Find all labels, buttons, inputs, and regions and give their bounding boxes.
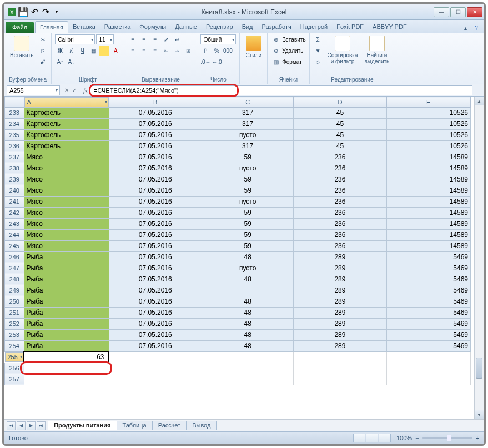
cell[interactable]: [386, 374, 470, 385]
number-format-select[interactable]: Общий: [200, 34, 236, 44]
cell[interactable]: 48: [202, 329, 293, 340]
cell[interactable]: Рыба: [24, 340, 109, 351]
page-layout-view-button[interactable]: [366, 434, 378, 442]
cell[interactable]: 07.05.2016: [109, 152, 202, 163]
cell[interactable]: 07.05.2016: [109, 196, 202, 207]
cell[interactable]: 14589: [386, 229, 470, 240]
enter-formula-icon[interactable]: ✓: [72, 87, 77, 93]
cell[interactable]: 10526: [386, 129, 470, 140]
col-header-C[interactable]: C: [202, 97, 293, 108]
ribbon-tab[interactable]: Вставка: [68, 21, 100, 33]
row-header[interactable]: 242: [5, 207, 24, 218]
cell[interactable]: Мясо: [24, 163, 109, 174]
cell[interactable]: 59: [202, 185, 293, 196]
insert-cells-icon[interactable]: ⊕: [271, 34, 281, 44]
col-header-B[interactable]: B: [109, 97, 202, 108]
cell[interactable]: 10526: [386, 140, 470, 152]
row-header[interactable]: 239: [5, 174, 24, 185]
cell[interactable]: 236: [294, 207, 386, 218]
ribbon-tab[interactable]: Надстрой: [296, 21, 332, 33]
sheet-tab[interactable]: Вывод: [186, 421, 217, 430]
cell[interactable]: 289: [294, 329, 386, 340]
comma-icon[interactable]: 000: [223, 46, 233, 56]
sort-filter-button[interactable]: Сортировка и фильтр: [325, 34, 360, 66]
worksheet-grid[interactable]: A B C D E 233Картофель07.05.201631745105…: [4, 97, 484, 419]
cell[interactable]: 07.05.2016: [109, 263, 202, 274]
cell[interactable]: 289: [294, 340, 386, 351]
cell[interactable]: 07.05.2016: [109, 229, 202, 240]
cell[interactable]: 45: [294, 118, 386, 129]
normal-view-button[interactable]: [353, 434, 365, 442]
cell[interactable]: пусто: [202, 129, 293, 140]
cell[interactable]: пусто: [202, 163, 293, 174]
cell[interactable]: 59: [202, 174, 293, 185]
row-header[interactable]: 244: [5, 229, 24, 240]
cancel-formula-icon[interactable]: ✕: [64, 87, 69, 93]
underline-button[interactable]: Ч: [77, 46, 87, 56]
cell[interactable]: 07.05.2016: [109, 218, 202, 229]
cell[interactable]: 289: [294, 263, 386, 274]
scroll-up-icon[interactable]: ▲: [475, 97, 484, 105]
cell[interactable]: 236: [294, 229, 386, 240]
cell[interactable]: 14589: [386, 218, 470, 229]
copy-icon[interactable]: ⎘: [38, 46, 48, 56]
cell[interactable]: 59: [202, 229, 293, 240]
cell[interactable]: 07.05.2016: [109, 340, 202, 351]
row-header[interactable]: 240: [5, 185, 24, 196]
row-header[interactable]: 250: [5, 296, 24, 307]
cell[interactable]: 10526: [386, 118, 470, 129]
row-header[interactable]: 248: [5, 274, 24, 285]
fill-icon[interactable]: ▼: [313, 46, 323, 56]
row-header[interactable]: 241: [5, 196, 24, 207]
col-header-E[interactable]: E: [386, 97, 470, 108]
cell[interactable]: 14589: [386, 185, 470, 196]
clear-icon[interactable]: ◇: [313, 57, 323, 67]
row-header[interactable]: 234: [5, 118, 24, 129]
increase-decimal-icon[interactable]: .0→: [200, 57, 210, 67]
cell[interactable]: Картофель: [24, 129, 109, 140]
cell[interactable]: Мясо: [24, 174, 109, 185]
cell[interactable]: 45: [294, 140, 386, 152]
cell[interactable]: 317: [202, 107, 293, 118]
row-header[interactable]: 256: [5, 363, 24, 374]
cell[interactable]: 289: [294, 285, 386, 296]
cell[interactable]: 45: [294, 107, 386, 118]
cell[interactable]: Рыба: [24, 263, 109, 274]
decrease-indent-icon[interactable]: ⇤: [161, 46, 171, 56]
ribbon-tab[interactable]: Разметка: [100, 21, 135, 33]
cut-icon[interactable]: ✂: [38, 34, 48, 44]
paste-button[interactable]: Вставить: [8, 34, 36, 59]
font-size-select[interactable]: 11: [96, 34, 114, 44]
row-header[interactable]: 257: [5, 374, 24, 385]
ribbon-tab[interactable]: Разработч: [258, 21, 296, 33]
row-header[interactable]: 247: [5, 263, 24, 274]
cell[interactable]: Мясо: [24, 218, 109, 229]
sheet-tab[interactable]: Таблица: [117, 421, 153, 430]
formula-input[interactable]: =СЧЁТЕСЛИ(A2:A254;"Мясо"): [90, 85, 472, 95]
redo-icon[interactable]: ↷: [41, 8, 50, 17]
cell[interactable]: 5469: [386, 296, 470, 307]
fill-color-button[interactable]: [99, 46, 109, 56]
cell[interactable]: 289: [294, 307, 386, 318]
align-left-icon[interactable]: ≡: [128, 46, 138, 56]
cell[interactable]: 45: [294, 129, 386, 140]
select-all-button[interactable]: [5, 97, 24, 108]
qat-dropdown-icon[interactable]: ▾: [52, 8, 61, 17]
row-header[interactable]: 251: [5, 307, 24, 318]
decrease-font-icon[interactable]: A↓: [66, 57, 76, 67]
first-sheet-button[interactable]: ⏮: [7, 421, 16, 430]
delete-cells-label[interactable]: Удалить: [282, 48, 303, 54]
format-painter-icon[interactable]: 🖌: [38, 57, 48, 67]
cell[interactable]: Мясо: [24, 229, 109, 240]
cell[interactable]: 14589: [386, 163, 470, 174]
align-middle-icon[interactable]: ≡: [139, 34, 149, 44]
cell[interactable]: [202, 374, 293, 385]
prev-sheet-button[interactable]: ◀: [17, 421, 26, 430]
close-button[interactable]: ✕: [467, 7, 482, 17]
cell[interactable]: Мясо: [24, 207, 109, 218]
cell[interactable]: [24, 363, 109, 374]
cell[interactable]: 59: [202, 240, 293, 251]
cell[interactable]: [294, 351, 386, 363]
cell[interactable]: 289: [294, 318, 386, 329]
cell[interactable]: [109, 351, 202, 363]
